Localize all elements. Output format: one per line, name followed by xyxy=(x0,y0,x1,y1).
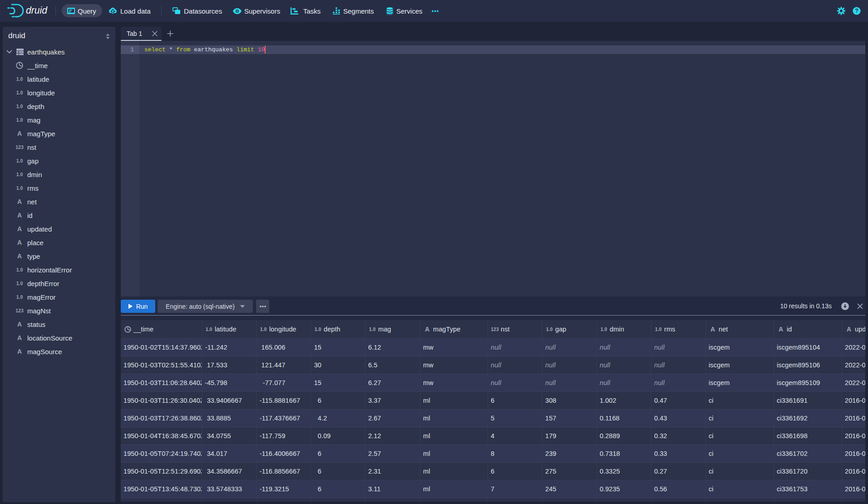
svg-text:?: ? xyxy=(855,8,858,14)
